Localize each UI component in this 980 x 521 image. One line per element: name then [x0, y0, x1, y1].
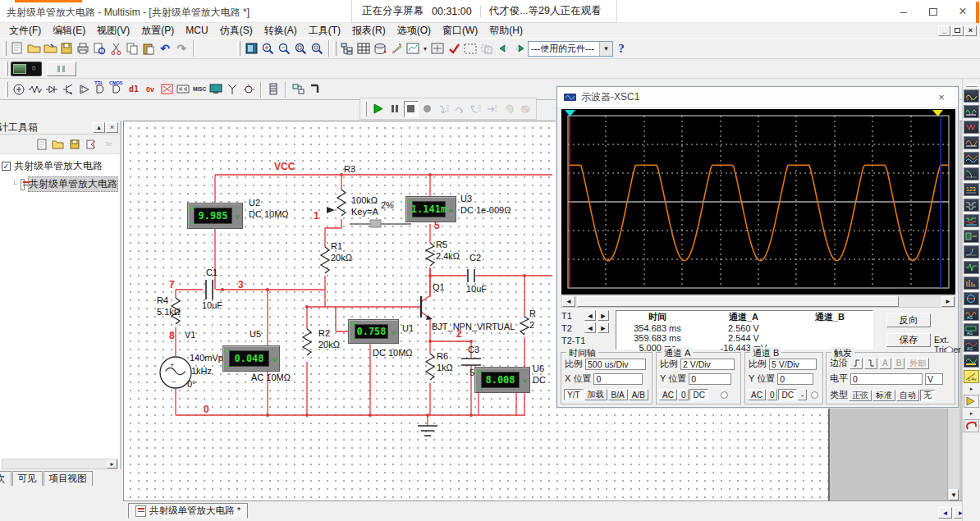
menu-reports[interactable]: 报表(R) [346, 23, 392, 39]
measurement-probe-icon[interactable]: 1.4v [964, 370, 979, 383]
power-components-icon[interactable] [175, 81, 191, 98]
agilent-oscilloscope-icon[interactable]: AG [964, 339, 979, 352]
tab-scroll-left-arrow[interactable]: ◄ [938, 507, 952, 519]
project-checkbox[interactable]: ✓ [2, 162, 11, 171]
labview-dropdown-arrow[interactable]: ▸ [970, 410, 973, 417]
menu-view[interactable]: 视图(V) [91, 23, 135, 39]
postprocessor-icon[interactable] [429, 40, 446, 57]
mdi-restore-button[interactable] [951, 25, 964, 36]
r4-ref[interactable]: R4 [157, 295, 168, 305]
tektronix-scope-icon[interactable] [964, 354, 979, 368]
hscroll-right-arrow[interactable]: ▸ [107, 459, 117, 468]
channel-b-ypos-input[interactable]: 0 [777, 373, 813, 385]
channel-b-scale-input[interactable]: 5 V/Div [769, 359, 817, 370]
step-into-icon[interactable] [437, 101, 451, 117]
oscilloscope-close-button[interactable]: × [932, 91, 951, 103]
c1-ref[interactable]: C1 [206, 267, 218, 277]
spreadsheet-view-icon[interactable] [355, 40, 372, 57]
erc-check-icon[interactable] [446, 40, 462, 57]
u1-ref[interactable]: U1 [402, 323, 414, 333]
zoom-area-icon[interactable] [292, 40, 309, 57]
trigger-single-button[interactable]: 正弦 [849, 390, 872, 401]
u2-ref[interactable]: U2 [249, 198, 260, 208]
r2-ref[interactable]: R2 [318, 328, 330, 338]
zoom-in-icon[interactable] [259, 40, 276, 57]
source-components-icon[interactable] [11, 81, 27, 98]
save-schematic-icon[interactable] [67, 136, 81, 153]
bus-icon[interactable] [306, 81, 323, 98]
menu-tools[interactable]: 工具(T) [303, 23, 346, 39]
channel-a-ac-button[interactable]: AC [659, 389, 677, 400]
r4-value[interactable]: 5.1kΩ [157, 307, 181, 317]
multimeter-u1[interactable]: +− 0.758V [348, 319, 399, 344]
tab-visibility[interactable]: 可见 [12, 471, 43, 486]
scope-scroll-track[interactable] [575, 296, 941, 307]
trigger-source-a-button[interactable]: A [879, 358, 891, 369]
channel-b-dc-button[interactable]: DC [778, 389, 796, 400]
menu-window[interactable]: 窗口(W) [437, 23, 483, 39]
trigger-normal-button[interactable]: 标准 [872, 390, 895, 401]
design-toolbox-icon[interactable] [339, 40, 355, 57]
step-over-icon[interactable] [453, 101, 468, 117]
pause-simulation-icon[interactable] [387, 101, 402, 117]
rl-ref[interactable]: R [529, 308, 536, 318]
minimize-button[interactable]: – [891, 2, 917, 21]
region-icon[interactable] [479, 40, 495, 57]
toolbar-grip[interactable] [333, 41, 337, 56]
scope-scroll-right-arrow[interactable]: ► [941, 296, 955, 307]
toolbar-grip[interactable] [3, 41, 7, 56]
tab-hierarchy-partial[interactable]: 次 [0, 471, 11, 486]
v1-phase[interactable]: 0° [187, 379, 196, 389]
multimeter-icon[interactable] [964, 89, 979, 103]
scope-hscrollbar[interactable]: ◄ ► [561, 295, 955, 308]
share-viewers[interactable]: 代才俊...等29人正在观看 [489, 4, 602, 18]
falling-edge-button[interactable] [864, 358, 877, 369]
menu-options[interactable]: 选项(O) [392, 23, 437, 39]
lab-view-instrument-icon[interactable] [964, 395, 979, 408]
q1-ref[interactable]: Q1 [433, 282, 445, 292]
timebase-xpos-input[interactable]: 0 [593, 373, 643, 385]
r2-value[interactable]: 20kΩ [318, 340, 340, 350]
trigger-source-b-button[interactable]: B [893, 358, 905, 369]
channel-b-zero-button[interactable]: 0 [767, 389, 778, 400]
power-switch[interactable]: ○ [11, 62, 42, 76]
reverse-button[interactable]: 反向 [886, 313, 931, 327]
distortion-analyzer-icon[interactable] [964, 261, 979, 274]
multimeter-u5[interactable]: +− 0.048V [222, 345, 280, 372]
mixed-components-icon[interactable]: 0v [142, 81, 158, 98]
toolbox-hscrollbar[interactable]: ▸ [2, 459, 118, 469]
channel-a-ypos-input[interactable]: 0 [689, 373, 731, 385]
u5-ref[interactable]: U5 [250, 329, 261, 339]
word-generator-icon[interactable] [964, 199, 979, 212]
help-icon[interactable]: ? [613, 40, 630, 57]
document-tab[interactable]: 共射级单管放大电路 * [128, 503, 248, 519]
channel-b-minus-button[interactable]: - [798, 389, 807, 400]
channel-a-radio[interactable] [721, 391, 728, 399]
back-annotate-icon[interactable] [495, 40, 511, 57]
network-analyzer-icon[interactable] [964, 292, 979, 305]
misc-components-icon[interactable]: MISC [191, 81, 208, 98]
oscilloscope-tool-icon[interactable] [964, 136, 979, 149]
rl-value[interactable]: 2 [529, 320, 534, 330]
pause-switch[interactable] [47, 62, 76, 76]
toolbar-grip[interactable] [5, 82, 8, 97]
u1-mode[interactable]: DC 10MΩ [373, 348, 413, 358]
mdi-minimize-button[interactable]: _ [938, 25, 950, 36]
cmos-components-icon[interactable]: CMOS [109, 81, 126, 98]
ladder-diagram-icon[interactable] [265, 81, 282, 98]
mdi-close-button[interactable]: × [964, 25, 977, 36]
r5-value[interactable]: 2.4kΩ [436, 251, 460, 261]
rising-edge-button[interactable] [849, 358, 863, 369]
vcc-label[interactable]: VCC [274, 161, 295, 172]
multimeter-u3[interactable]: +− 1.141mA [405, 196, 456, 222]
trigger-level-unit[interactable]: V [925, 373, 943, 385]
basic-components-icon[interactable] [27, 81, 44, 98]
menu-help[interactable]: 帮助(H) [483, 23, 529, 39]
menu-simulate[interactable]: 仿真(S) [214, 23, 259, 39]
function-generator-icon[interactable] [964, 105, 979, 118]
wattmeter-icon[interactable] [964, 121, 979, 134]
yt-mode-button[interactable]: Y/T [564, 389, 584, 400]
r6-value[interactable]: 1kΩ [437, 363, 453, 372]
r6-ref[interactable]: R6 [437, 351, 448, 361]
project-tree-child[interactable]: └ 共射级单管放大电路 [0, 175, 120, 194]
